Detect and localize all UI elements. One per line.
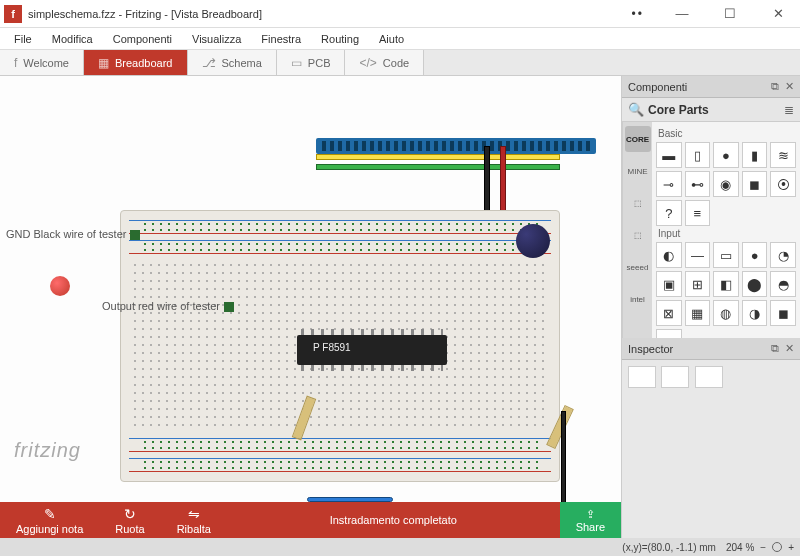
part-thumbnail[interactable]: ▣ — [656, 271, 682, 297]
menu-view[interactable]: Visualizza — [184, 31, 249, 47]
part-thumbnail[interactable]: ≋ — [770, 142, 796, 168]
tab-code[interactable]: </> Code — [345, 50, 424, 75]
tab-label: PCB — [308, 57, 331, 69]
part-thumbnail[interactable]: ⦿ — [770, 171, 796, 197]
schema-icon: ⎇ — [202, 56, 216, 70]
part-thumbnail[interactable]: ◐ — [656, 242, 682, 268]
bin-tab-mine[interactable]: MINE — [625, 158, 651, 184]
rotate-button[interactable]: ↻ Ruota — [99, 504, 160, 537]
note-icon: ✎ — [44, 506, 56, 522]
wire-yellow[interactable] — [316, 154, 560, 160]
part-thumbnail[interactable]: ▬ — [656, 329, 682, 338]
capacitor[interactable] — [516, 224, 550, 258]
maximize-button[interactable]: ☐ — [712, 2, 748, 26]
part-thumbnail[interactable]: ▬ — [656, 142, 682, 168]
menu-file[interactable]: File — [6, 31, 40, 47]
arduino-board[interactable] — [316, 138, 596, 154]
part-thumbnail[interactable]: ▦ — [685, 300, 711, 326]
inspector-body — [622, 360, 800, 538]
part-thumbnail[interactable]: — — [685, 242, 711, 268]
flip-icon: ⇋ — [188, 506, 200, 522]
part-thumbnail[interactable]: ⬤ — [742, 271, 768, 297]
part-thumbnail[interactable]: ⊠ — [656, 300, 682, 326]
bin-tab[interactable]: ⬚ — [625, 222, 651, 248]
part-thumbnail[interactable]: ● — [742, 242, 768, 268]
tab-label: Breadboard — [115, 57, 173, 69]
part-thumbnail[interactable]: ▯ — [685, 142, 711, 168]
tab-breadboard[interactable]: ▦ Breadboard — [84, 50, 188, 75]
part-thumbnail[interactable]: ⊞ — [685, 271, 711, 297]
undock-icon[interactable]: ⧉ — [771, 80, 779, 93]
part-thumbnail[interactable]: ◑ — [742, 300, 768, 326]
jumper-wire-long[interactable] — [561, 411, 566, 502]
titlebar-overflow[interactable]: •• — [632, 7, 644, 21]
part-thumbnail[interactable]: ▭ — [713, 242, 739, 268]
close-panel-icon[interactable]: ✕ — [785, 342, 794, 355]
part-thumbnail[interactable]: ◧ — [713, 271, 739, 297]
part-thumbnail[interactable]: ◍ — [713, 300, 739, 326]
breadboard[interactable]: P F8591 — [120, 210, 560, 482]
bin-tab-seeed[interactable]: seeed — [625, 254, 651, 280]
zoom-out-button[interactable]: − — [760, 542, 766, 553]
bin-tab[interactable]: ⬚ — [625, 190, 651, 216]
tab-schema[interactable]: ⎇ Schema — [188, 50, 277, 75]
undock-icon[interactable]: ⧉ — [771, 342, 779, 355]
part-thumbnail[interactable]: ◼ — [742, 171, 768, 197]
rotate-icon: ↻ — [124, 506, 136, 522]
part-thumbnail[interactable]: ◓ — [770, 271, 796, 297]
section-label: Input — [658, 228, 796, 239]
ic-chip[interactable]: P F8591 — [297, 335, 447, 365]
add-note-button[interactable]: ✎ Aggiungi nota — [0, 504, 99, 537]
zoom-value: 204 % — [726, 542, 754, 553]
search-icon[interactable]: 🔍 — [628, 102, 644, 117]
part-thumbnail[interactable]: ≡ — [685, 200, 711, 226]
components-panel-header: Componenti ⧉✕ — [622, 76, 800, 98]
led-red[interactable] — [50, 276, 70, 296]
fritzing-logo: fritzing — [14, 439, 81, 462]
inspector-swatch[interactable] — [661, 366, 689, 388]
inspector-swatch[interactable] — [628, 366, 656, 388]
bin-tab-core[interactable]: CORE — [625, 126, 651, 152]
list-view-icon[interactable]: ≣ — [784, 103, 794, 117]
tab-label: Welcome — [23, 57, 69, 69]
tab-welcome[interactable]: f Welcome — [0, 50, 84, 75]
zoom-slider-handle[interactable] — [772, 542, 782, 552]
menu-routing[interactable]: Routing — [313, 31, 367, 47]
part-thumbnail[interactable]: ⊸ — [656, 171, 682, 197]
inspector-swatch[interactable] — [695, 366, 723, 388]
part-thumbnail[interactable]: ◉ — [713, 171, 739, 197]
menu-window[interactable]: Finestra — [253, 31, 309, 47]
zoom-in-button[interactable]: + — [788, 542, 794, 553]
window-title: simpleschema.fzz - Fritzing - [Vista Bre… — [28, 8, 632, 20]
minimize-button[interactable]: — — [664, 2, 700, 26]
part-thumbnail[interactable]: ◔ — [770, 242, 796, 268]
menu-edit[interactable]: Modifica — [44, 31, 101, 47]
close-panel-icon[interactable]: ✕ — [785, 80, 794, 93]
section-label: Basic — [658, 128, 796, 139]
breadboard-canvas[interactable]: P F8591 GND Black wir — [0, 76, 621, 502]
part-thumbnail[interactable]: ▮ — [742, 142, 768, 168]
button-label: Share — [576, 521, 605, 533]
part-thumbnail[interactable]: ◼ — [770, 300, 796, 326]
close-button[interactable]: ✕ — [760, 2, 796, 26]
tab-pcb[interactable]: ▭ PCB — [277, 50, 346, 75]
tab-label: Code — [383, 57, 409, 69]
wire-blue[interactable] — [307, 497, 393, 502]
resistor[interactable] — [546, 405, 574, 449]
flip-button[interactable]: ⇋ Ribalta — [161, 504, 227, 537]
part-thumbnail[interactable]: ⊷ — [685, 171, 711, 197]
share-button[interactable]: ⇪ Share — [560, 502, 621, 538]
wire-green[interactable] — [316, 164, 560, 170]
panel-title: Inspector — [628, 343, 673, 355]
parts-bin-tabs: CORE MINE ⬚ ⬚ seeed intel — [622, 122, 652, 338]
routing-status: Instradamento completato — [227, 514, 560, 526]
button-label: Aggiungi nota — [16, 523, 83, 535]
pcb-icon: ▭ — [291, 56, 302, 70]
menu-components[interactable]: Componenti — [105, 31, 180, 47]
annotation-output: Output red wire of tester — [102, 300, 234, 312]
bin-tab-intel[interactable]: intel — [625, 286, 651, 312]
menu-help[interactable]: Aiuto — [371, 31, 412, 47]
part-thumbnail[interactable]: ● — [713, 142, 739, 168]
cursor-coords: (x,y)=(80.0, -1.1) mm — [622, 542, 716, 553]
part-thumbnail[interactable]: ? — [656, 200, 682, 226]
